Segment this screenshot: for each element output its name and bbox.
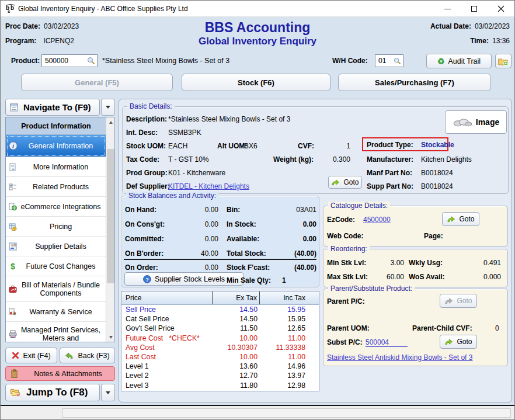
goto-supplier-button[interactable]: Goto: [328, 176, 362, 189]
back-button[interactable]: Back (F3): [60, 348, 115, 363]
sidebar-menu: Product Information i General Informatio…: [5, 117, 115, 342]
price-row-avg-cost[interactable]: Avg Cost10.3030711.33338: [121, 343, 319, 352]
audit-trail-button[interactable]: ♻ Audit Trail: [426, 54, 492, 68]
sidebar-item-supplier-details[interactable]: Supplier Details: [6, 237, 106, 256]
price-row-level-3[interactable]: Level 311.8012.98: [121, 381, 319, 390]
navigate-to-label: Navigate To (F9): [23, 102, 91, 112]
back-label: Back (F3): [78, 352, 109, 360]
in-stock-value: 0.00: [262, 220, 316, 228]
close-button[interactable]: [488, 1, 514, 17]
subst-product-link[interactable]: Stainless Steel Antiskid Mixing Bowls - …: [327, 353, 472, 362]
jump-to-dropdown[interactable]: [101, 384, 115, 401]
pricing-grid-icon: [8, 222, 18, 231]
maximize-button[interactable]: [461, 1, 488, 17]
wh-code-input[interactable]: 01: [375, 54, 403, 67]
tab-sales-purchasing[interactable]: Sales/Purchasing (F7): [338, 74, 491, 91]
supp-part-value: B0018024: [421, 182, 453, 190]
goto-arrow-icon: [331, 179, 340, 186]
int-desc-value: SSMB3PK: [168, 129, 201, 137]
price-row-sell-price[interactable]: Sell Price14.5015.95: [121, 305, 319, 314]
navigate-to-button[interactable]: Navigate To (F9): [5, 99, 100, 116]
bowls-thumbnail-icon: [453, 117, 472, 127]
price-row-future-cost[interactable]: Future Cost*CHECK*10.0011.00: [121, 334, 319, 343]
tab-general[interactable]: General (F5): [21, 74, 173, 91]
search-icon[interactable]: [394, 57, 401, 65]
clipboard-icon: [11, 369, 18, 378]
minimize-button[interactable]: [434, 1, 461, 17]
sidebar-item-related-products[interactable]: Related Products: [6, 177, 106, 197]
sidebar-item-pricing[interactable]: Pricing: [6, 217, 106, 237]
tab-stock[interactable]: Stock (F6): [182, 74, 330, 91]
folder-plus-icon: [498, 57, 509, 66]
goto-parent-button[interactable]: Goto: [440, 294, 477, 308]
info-icon: i: [8, 141, 18, 151]
bin-value: 03A01: [262, 206, 316, 214]
goto-substitute-button[interactable]: Goto: [440, 335, 477, 349]
goto-arrow-icon: [447, 216, 455, 223]
image-button[interactable]: Image: [445, 110, 507, 134]
def-supplier-link[interactable]: KITDEL - Kitchen Delights: [168, 182, 249, 190]
available-value: 0.00: [262, 235, 316, 243]
on-backorder-value: 40.00: [174, 249, 218, 258]
stock-uom-value: EACH: [168, 142, 187, 150]
add-folder-button[interactable]: [495, 54, 511, 68]
wkly-usg-value: 0.491: [464, 259, 501, 267]
reordering-section: Reordering: Min Stk Lvl: 3.00 Wkly Usg: …: [323, 249, 508, 287]
sidebar-item-more-information[interactable]: + More Information: [6, 157, 106, 177]
price-row-last-cost[interactable]: Last Cost10.0011.00: [121, 352, 319, 362]
dollar-icon: $: [8, 262, 18, 271]
min-stk-value: 3.00: [370, 259, 404, 267]
titlebar: b s b Global Inventory Enquiry - ABC Off…: [1, 1, 514, 17]
price-row-govt-sell-price[interactable]: Gov't Sell Price11.5012.65: [121, 324, 319, 333]
on-order-value: 0.00: [174, 263, 218, 272]
scroll-up-button[interactable]: [106, 117, 115, 127]
ezcode-link[interactable]: 4500000: [363, 216, 391, 224]
stock-balances-legend: Stock Balances and Activity:: [126, 192, 218, 200]
document-plus-icon: +: [8, 162, 18, 172]
search-icon[interactable]: [87, 57, 95, 65]
price-row-cat-sell-price[interactable]: Cat Sell Price14.5015.95: [121, 314, 319, 324]
triangle-down-icon: [109, 336, 113, 339]
scroll-down-button[interactable]: [106, 332, 115, 342]
window-title: Global Inventory Enquiry - ABC Office Su…: [18, 5, 188, 13]
sidebar-item-future-cost-changes[interactable]: $ Future Cost Changes: [6, 256, 106, 276]
supplier-stock-levels-button[interactable]: ? Supplier Stock Levels: [124, 272, 243, 286]
committed-value: 0.00: [174, 235, 218, 243]
subst-pc-link[interactable]: 500004: [366, 338, 408, 347]
weight-value: 0.300: [321, 155, 350, 164]
app-window: b s b Global Inventory Enquiry - ABC Off…: [0, 0, 515, 420]
triangle-up-icon: [109, 121, 113, 124]
goto-ezcode-button[interactable]: Goto: [442, 212, 479, 226]
product-type-value: Stockable: [421, 141, 454, 149]
catalogue-legend: Catalogue Details:: [328, 202, 390, 210]
scroll-thumb[interactable]: [107, 149, 114, 283]
svg-text:+: +: [12, 166, 15, 171]
exit-x-icon: [12, 352, 19, 359]
wh-code-value: 01: [378, 57, 386, 65]
sidebar-item-ecommerce-integrations[interactable]: eCommerce Integrations: [6, 197, 106, 217]
prod-group-value: K01 - Kitchenware: [168, 169, 225, 177]
notes-attachments-label: Notes & Attachments: [22, 370, 114, 378]
alt-uom-value: BX6: [244, 142, 258, 150]
sidebar-scrollbar[interactable]: [106, 117, 114, 342]
catalogue-details-section: Catalogue Details: EzCode: 4500000 Goto …: [323, 206, 508, 247]
printer-icon: [8, 329, 18, 339]
navigate-to-dropdown[interactable]: [101, 99, 115, 116]
sidebar-item-general-information[interactable]: i General Information: [6, 135, 106, 157]
sidebar-item-managed-print-services[interactable]: Managed Print Services, Meters and: [6, 322, 106, 342]
manufacturer-value: Kitchen Delights: [421, 155, 472, 164]
description-value: *Stainless Steel Mixing Bowls - Set of 3: [168, 115, 290, 123]
toolbox-icon: [8, 284, 18, 294]
price-row-level-1[interactable]: Level 113.6014.96: [121, 362, 319, 371]
screen-title: Global Inventory Enquiry: [1, 36, 514, 47]
product-input[interactable]: 500000: [41, 54, 98, 67]
product-label: Product:: [11, 57, 40, 65]
sidebar-item-warranty-service[interactable]: Warranty & Service: [6, 302, 106, 322]
parent-substitute-section: Parent/Substitute Product: Parent P/C: G…: [323, 289, 508, 366]
sidebar-item-bill-of-materials[interactable]: Bill of Materials / Bundle Components: [6, 276, 106, 302]
price-row-level-2[interactable]: Level 212.7013.97: [121, 371, 319, 380]
exit-button[interactable]: Exit (F4): [5, 348, 57, 363]
back-arrow-icon: [65, 352, 74, 360]
notes-attachments-button[interactable]: Notes & Attachments: [5, 366, 115, 381]
jump-to-button[interactable]: Jump To (F8): [5, 384, 100, 401]
